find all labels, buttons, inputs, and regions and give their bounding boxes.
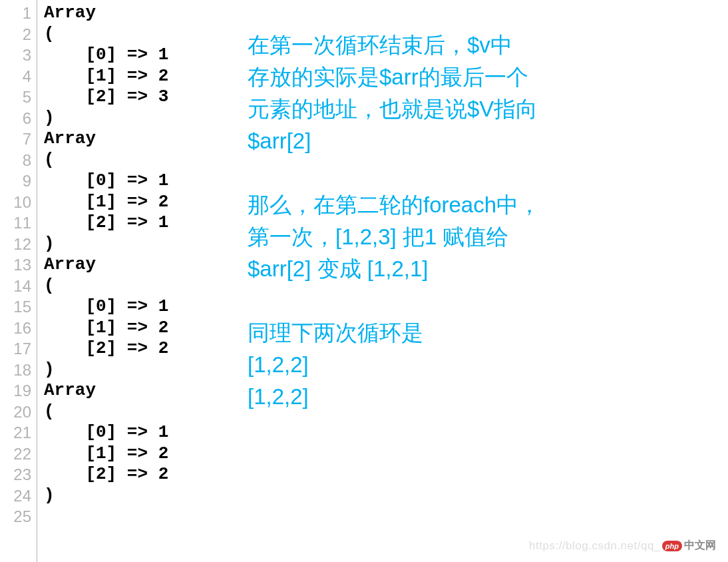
line-number: 21: [0, 422, 31, 443]
code-line: Array: [44, 3, 728, 24]
line-number: 9: [0, 170, 31, 192]
line-number: 24: [0, 485, 31, 507]
line-number: 14: [0, 276, 31, 297]
line-number: 11: [0, 212, 31, 234]
line-number: 17: [0, 338, 31, 360]
annotation-line: 存放的实际是$arr的最后一个: [248, 61, 727, 93]
annotation-line: $arr[2] 变成 [1,2,1]: [248, 253, 727, 285]
line-number: 23: [0, 464, 31, 485]
editor-container: 1 2 3 4 5 6 7 8 9 10 11 12 13 14 15 16 1…: [0, 0, 728, 562]
annotation-line: [1,2,2]: [248, 381, 727, 413]
line-number: 16: [0, 318, 31, 339]
annotation-line: [1,2,2]: [248, 349, 727, 381]
line-number: 10: [0, 192, 31, 213]
line-number: 4: [0, 66, 31, 87]
line-number: 5: [0, 87, 31, 108]
code-line: [2] => 2: [44, 464, 728, 485]
line-number: 22: [0, 443, 31, 465]
annotation-paragraph-3: 同理下两次循环是 [1,2,2] [1,2,2]: [248, 317, 727, 413]
line-number: 18: [0, 360, 31, 381]
code-line: [0] => 1: [44, 422, 728, 443]
annotation-line: 元素的地址，也就是说$V指向: [248, 93, 727, 125]
line-number: 7: [0, 129, 31, 150]
line-number-gutter: 1 2 3 4 5 6 7 8 9 10 11 12 13 14 15 16 1…: [0, 0, 37, 562]
annotation-line: 第一次，[1,2,3] 把1 赋值给: [248, 221, 727, 253]
annotation-overlay: 在第一次循环结束后，$v中 存放的实际是$arr的最后一个 元素的地址，也就是说…: [248, 29, 727, 413]
annotation-line: 那么，在第二轮的foreach中，: [248, 189, 727, 221]
code-area: Array ( [0] => 1 [1] => 2 [2] => 3 ) Arr…: [37, 0, 728, 562]
line-number: 19: [0, 380, 31, 402]
line-number: 3: [0, 45, 31, 66]
watermark: https://blog.csdn.net/qq_ php 中文网: [529, 539, 716, 553]
code-line: ): [44, 485, 728, 507]
annotation-line: 同理下两次循环是: [248, 317, 727, 349]
watermark-url: https://blog.csdn.net/qq_: [529, 539, 661, 553]
line-number: 20: [0, 402, 31, 423]
line-number: 12: [0, 234, 31, 255]
annotation-paragraph-2: 那么，在第二轮的foreach中， 第一次，[1,2,3] 把1 赋值给 $ar…: [248, 189, 727, 285]
watermark-cn-text: 中文网: [684, 539, 716, 553]
line-number: 8: [0, 150, 31, 171]
annotation-line: 在第一次循环结束后，$v中: [248, 29, 727, 61]
code-line: [1] => 2: [44, 443, 728, 465]
annotation-line: $arr[2]: [248, 125, 727, 157]
line-number: 15: [0, 296, 31, 318]
line-number: 13: [0, 254, 31, 276]
line-number: 25: [0, 506, 31, 527]
line-number: 1: [0, 3, 31, 24]
php-badge-icon: php: [662, 541, 682, 551]
annotation-paragraph-1: 在第一次循环结束后，$v中 存放的实际是$arr的最后一个 元素的地址，也就是说…: [248, 29, 727, 157]
line-number: 2: [0, 24, 31, 45]
line-number: 6: [0, 108, 31, 129]
watermark-logo: php 中文网: [662, 539, 716, 553]
